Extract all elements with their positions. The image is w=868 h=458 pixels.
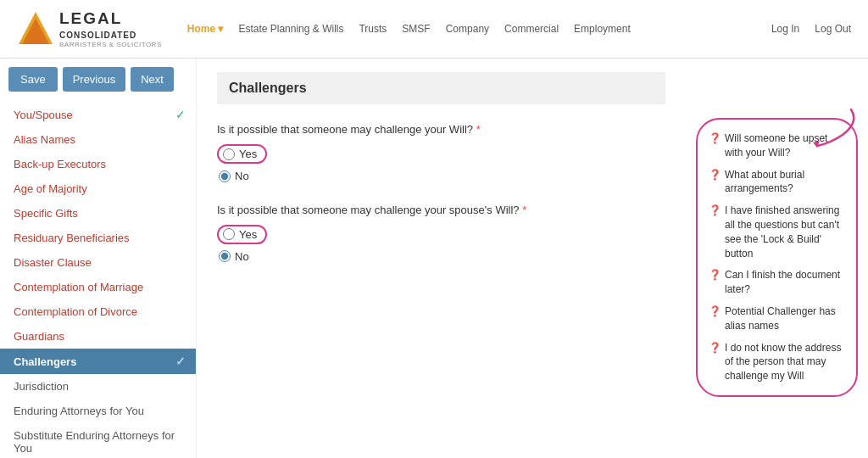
next-button[interactable]: Next [131,67,174,92]
checkmark-youspouse: ✓ [175,108,186,121]
logo-text-block: LEGAL CONSOLIDATED BARRISTERS & SOLICITO… [59,8,162,49]
sidebar-item-challengers[interactable]: Challengers ✓ [0,349,196,374]
nav-company[interactable]: Company [446,23,489,35]
nav-home[interactable]: Home ▾ [187,23,224,35]
q2-no-text: No [235,250,249,263]
sidebar-item-youspouse[interactable]: You/Spouse ✓ [0,102,196,127]
logo-legal: LEGAL [59,8,162,30]
help-bubble: ❓ Will someone be upset with your Will? … [696,118,858,397]
arrow-indicator [792,105,860,152]
required-indicator-1: * [476,123,481,136]
help-icon-4: ❓ [709,268,721,282]
toolbar: Save Previous Next [0,59,196,102]
logo-consolidated: CONSOLIDATED [59,30,162,41]
help-item-2: ❓ What about burial arrangements? [709,168,845,197]
nav-trusts[interactable]: Trusts [359,23,387,35]
question-2-text: Is it possible that someone may challeng… [217,204,665,216]
nav-employment[interactable]: Employment [574,23,631,35]
header: LEGAL CONSOLIDATED BARRISTERS & SOLICITO… [0,0,868,59]
sidebar-item-specific-gifts[interactable]: Specific Gifts [0,201,196,226]
help-icon-6: ❓ [709,341,721,355]
sidebar-item-disaster[interactable]: Disaster Clause [0,250,196,275]
sidebar-item-enduring-attorneys[interactable]: Enduring Attorneys for You [0,399,196,423]
q2-yes-text: Yes [239,228,257,241]
help-icon-3: ❓ [709,204,721,218]
q2-no-radio[interactable] [219,250,231,262]
sidebar-item-alias[interactable]: Alias Names [0,127,196,152]
help-icon-5: ❓ [709,304,721,319]
sidebar-item-contemplation-marriage[interactable]: Contemplation of Marriage [0,275,196,299]
nav-commercial[interactable]: Commercial [504,23,559,35]
main-layout: Save Previous Next You/Spouse ✓ Alias Na… [0,59,868,458]
question-1-options: Yes No [217,144,665,185]
sidebar-item-jurisdiction[interactable]: Jurisdiction [0,374,196,399]
help-item-6: ❓ I do not know the address of the perso… [709,341,845,383]
q2-yes-label[interactable]: Yes [217,225,267,244]
sidebar-item-guardians[interactable]: Guardians [0,324,196,349]
logo: LEGAL CONSOLIDATED BARRISTERS & SOLICITO… [17,8,162,49]
sidebar-item-contemplation-divorce[interactable]: Contemplation of Divorce [0,299,196,324]
nav-logout[interactable]: Log Out [815,23,851,35]
checkmark-challengers: ✓ [175,355,186,368]
nav-smsf[interactable]: SMSF [402,23,430,35]
logo-icon [17,10,54,47]
nav-login[interactable]: Log In [771,23,799,35]
save-button[interactable]: Save [8,67,58,92]
question-2-block: Is it possible that someone may challeng… [217,204,665,265]
q1-yes-label[interactable]: Yes [217,144,267,164]
question-1-block: Is it possible that someone may challeng… [217,123,665,185]
q1-no-label[interactable]: No [219,170,249,182]
sidebar-item-backup-executors[interactable]: Back-up Executors [0,152,196,176]
sidebar-item-residuary[interactable]: Residuary Beneficiaries [0,226,196,250]
main-nav: Home ▾ Estate Planning & Wills Trusts SM… [187,23,851,35]
q1-no-text: No [235,170,249,182]
help-icon-1: ❓ [709,131,721,146]
question-2-options: Yes No [217,225,665,265]
help-item-5: ❓ Potential Challenger has alias names [709,304,845,333]
section-title: Challengers [217,72,665,104]
sidebar: Save Previous Next You/Spouse ✓ Alias Na… [0,59,197,458]
q1-yes-radio[interactable] [223,148,235,160]
required-indicator-2: * [522,204,526,216]
q1-yes-text: Yes [239,148,257,160]
q1-no-radio[interactable] [219,170,231,182]
question-1-text: Is it possible that someone may challeng… [217,123,665,136]
help-panel: ❓ Will someone be upset with your Will? … [686,59,868,458]
previous-button[interactable]: Previous [63,67,126,92]
content-area: Challengers Is it possible that someone … [197,59,686,458]
logo-sub: BARRISTERS & SOLICITORS [59,41,162,49]
help-icon-2: ❓ [709,168,721,182]
nav-estate[interactable]: Estate Planning & Wills [238,23,343,35]
logo-svg [17,10,54,47]
q2-yes-radio[interactable] [223,228,235,240]
help-item-3: ❓ I have finished answering all the ques… [709,204,845,260]
sidebar-item-age-majority[interactable]: Age of Majority [0,176,196,201]
sidebar-item-substitute-attorneys[interactable]: Substitute Enduring Attorneys for You [0,423,196,458]
q2-no-label[interactable]: No [219,250,249,263]
help-item-4: ❓ Can I finish the document later? [709,268,845,297]
